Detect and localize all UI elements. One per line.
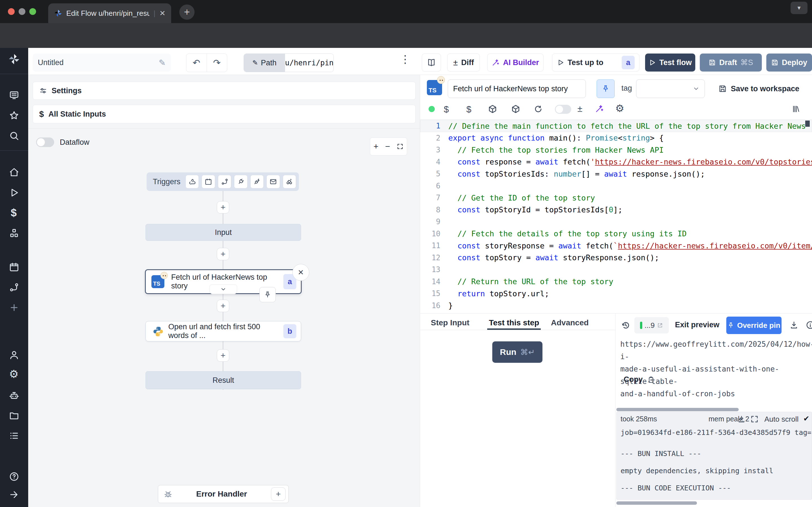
log-horizontal-scrollbar[interactable]	[616, 501, 697, 505]
webhook-trigger-icon[interactable]	[186, 175, 199, 188]
error-handler-node[interactable]: Error Handler +	[158, 485, 289, 503]
download-result-icon[interactable]	[790, 321, 799, 330]
step-name-input[interactable]: Fetch url of HackerNews top story	[448, 79, 586, 98]
add-error-handler-button[interactable]: +	[271, 487, 286, 501]
flow-input-node[interactable]: Input	[146, 224, 301, 241]
all-static-inputs-button[interactable]: $ All Static Inputs	[33, 105, 416, 123]
exit-preview-button[interactable]: Exit preview	[675, 321, 719, 329]
dataflow-toggle[interactable]	[36, 137, 54, 147]
remove-step-icon[interactable]: ✕	[292, 264, 309, 281]
path-value[interactable]: u/henri/pin	[285, 54, 334, 72]
collapse-step-chevron[interactable]	[209, 284, 237, 294]
override-pin-button[interactable]: Override pin	[726, 317, 781, 334]
traffic-zoom-button[interactable]	[29, 8, 36, 15]
undo-button[interactable]: ↶	[186, 54, 207, 72]
sidebar-expand-icon[interactable]	[9, 490, 19, 500]
edit-name-pencil-icon[interactable]: ✎	[159, 58, 166, 68]
tag-select[interactable]	[636, 79, 705, 98]
tab-step-input[interactable]: Step Input	[431, 318, 469, 327]
expand-logs-icon[interactable]	[750, 415, 759, 424]
add-step-button[interactable]: +	[217, 248, 229, 260]
history-icon[interactable]	[621, 321, 630, 330]
redo-button[interactable]: ↷	[207, 54, 227, 72]
new-tab-button[interactable]: +	[179, 4, 195, 20]
reset-code-icon[interactable]	[534, 104, 543, 114]
sidebar-item-workers-icon[interactable]	[9, 390, 19, 400]
horizontal-scrollbar[interactable]	[616, 408, 739, 411]
sidebar-item-apps-icon[interactable]	[9, 90, 19, 100]
sidebar-item-routes-icon[interactable]	[9, 282, 19, 292]
sidebar-item-create-icon[interactable]	[9, 302, 19, 313]
sidebar-item-settings-icon[interactable]: ⚙	[9, 368, 18, 380]
add-step-button[interactable]: +	[217, 300, 229, 312]
triggers-node[interactable]: Triggers	[147, 172, 299, 191]
code-editor[interactable]: 1// Define the main function to fetch th…	[420, 120, 812, 313]
draft-button[interactable]: Draft ⌘S	[700, 54, 762, 71]
browser-tab[interactable]: Edit Flow u/henri/pin_results | ✕	[48, 3, 171, 23]
tab-advanced[interactable]: Advanced	[551, 318, 589, 327]
test-up-to-step-badge[interactable]: a	[622, 56, 635, 69]
http-route-trigger-icon[interactable]	[218, 175, 231, 188]
step-b-node[interactable]: Open url and fetch first 500 words of ..…	[146, 321, 301, 341]
package-icon[interactable]	[511, 104, 520, 114]
fit-view-icon[interactable]	[397, 143, 403, 150]
schedule-trigger-icon[interactable]	[202, 175, 215, 188]
library-icon[interactable]	[792, 105, 800, 113]
traffic-close-button[interactable]	[8, 8, 15, 15]
add-step-button[interactable]: +	[217, 349, 229, 362]
sidebar-item-variables-icon[interactable]: $	[11, 207, 17, 219]
sidebar-item-schedules-icon[interactable]	[9, 262, 19, 272]
poll-trigger-icon[interactable]	[283, 175, 296, 188]
auto-scroll-checkbox[interactable]: ✔	[803, 414, 809, 423]
tab-test-this-step[interactable]: Test this step	[489, 318, 539, 327]
add-resource-icon[interactable]: $	[466, 104, 471, 115]
editor-scrollbar[interactable]	[805, 121, 810, 127]
test-flow-button[interactable]: Test flow	[645, 54, 695, 71]
add-step-button[interactable]: +	[217, 201, 229, 214]
flow-name-input[interactable]: Untitled ✎	[33, 54, 171, 71]
info-icon[interactable]	[806, 321, 812, 330]
deploy-button[interactable]: Deploy	[766, 54, 812, 71]
zoom-out-icon[interactable]: −	[385, 142, 390, 151]
sidebar-item-help-icon[interactable]	[9, 471, 19, 482]
ai-assistant-wand-icon[interactable]	[595, 104, 604, 113]
flow-settings-button[interactable]: Settings	[33, 82, 416, 100]
pinned-job-badge[interactable]: ...9	[635, 317, 669, 334]
external-link-icon[interactable]	[657, 322, 663, 328]
save-to-workspace-button[interactable]: Save to workspace	[718, 79, 799, 98]
diff-mode-toggle[interactable]	[555, 105, 571, 114]
websocket-trigger-icon[interactable]	[234, 175, 247, 188]
path-edit-button[interactable]: ✎ Path	[244, 54, 285, 72]
diff-editor-icon[interactable]: ±	[577, 104, 582, 114]
ai-builder-button[interactable]: AI Builder	[487, 54, 544, 71]
package-icon[interactable]	[488, 104, 497, 114]
traffic-minimize-button[interactable]	[18, 8, 26, 15]
diff-button[interactable]: ± Diff	[447, 54, 480, 71]
run-button[interactable]: Run ⌘↵	[492, 341, 543, 363]
copy-result-button[interactable]: Copy	[624, 375, 655, 384]
save-to-workspace-label: Save to workspace	[731, 84, 799, 93]
sidebar-item-resources-icon[interactable]	[9, 228, 19, 238]
docs-button[interactable]	[422, 54, 441, 71]
flow-result-node[interactable]: Result	[146, 371, 301, 389]
sidebar-item-search-icon[interactable]	[9, 131, 19, 141]
editor-settings-gear-icon[interactable]: ⚙	[615, 103, 624, 114]
windmill-logo-icon[interactable]	[8, 53, 20, 65]
sidebar-item-runs-icon[interactable]	[9, 187, 19, 198]
more-options-icon[interactable]: ⋮	[400, 53, 410, 65]
zoom-in-icon[interactable]: +	[373, 142, 378, 151]
download-logs-icon[interactable]	[737, 415, 746, 424]
pin-toggle-button[interactable]	[597, 79, 615, 98]
sidebar-item-audit-logs-icon[interactable]	[9, 431, 19, 441]
add-variable-icon[interactable]: $	[444, 104, 449, 115]
event-stream-trigger-icon[interactable]	[250, 175, 264, 188]
tab-search-chevron-icon[interactable]: ▾	[791, 2, 808, 14]
sidebar-item-folders-icon[interactable]	[9, 410, 19, 420]
email-trigger-icon[interactable]	[266, 175, 280, 188]
test-up-to-button[interactable]: Test up to a	[552, 54, 640, 71]
tab-close-icon[interactable]: ✕	[159, 9, 165, 18]
sidebar-item-favorites-icon[interactable]	[9, 110, 19, 121]
pinned-result-icon[interactable]	[259, 287, 276, 302]
sidebar-item-user-icon[interactable]	[9, 350, 19, 360]
sidebar-item-home-icon[interactable]	[9, 167, 19, 177]
